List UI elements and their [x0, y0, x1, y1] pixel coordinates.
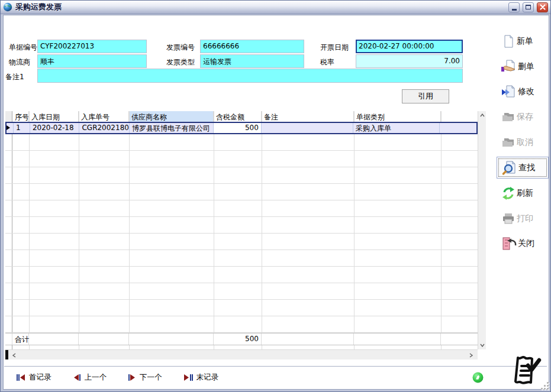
app-window: 采购运费发票 单据编号 CYF200227013 发票编号 66666666 开…: [0, 0, 551, 392]
total-empty: [129, 333, 214, 345]
window-title: 采购运费发票: [15, 2, 62, 12]
modify-doc-icon: [501, 84, 517, 99]
find-label: 查找: [518, 163, 535, 173]
grid-header: 序号 入库日期 入库单号 供应商名称 含税金额 备注 单据类别: [5, 111, 478, 122]
column-header-doc-type[interactable]: 单据类别: [354, 111, 441, 122]
prev-record-label: 上一个: [85, 372, 107, 383]
scroll-left-icon[interactable]: [12, 353, 16, 358]
close-door-icon: [501, 236, 517, 251]
next-record-button[interactable]: 下一个: [128, 372, 162, 383]
logistics-label: 物流商: [9, 57, 30, 67]
next-record-icon: [128, 374, 136, 381]
invoice-type-label: 发票类型: [166, 57, 195, 67]
new-doc-button[interactable]: 新单: [501, 33, 550, 50]
first-record-icon: [16, 374, 25, 381]
resize-grip[interactable]: [540, 381, 549, 390]
total-empty: [79, 333, 129, 345]
cell-remark[interactable]: [262, 123, 353, 133]
first-record-button[interactable]: 首记录: [16, 372, 51, 383]
save-button: 保存: [501, 109, 550, 125]
cancel-label: 取消: [517, 137, 533, 148]
maximize-button[interactable]: [523, 2, 534, 12]
total-empty: [29, 333, 79, 345]
remark1-field[interactable]: [37, 69, 463, 83]
refresh-button[interactable]: 刷新: [501, 185, 550, 202]
column-header-remark[interactable]: 备注: [262, 111, 354, 122]
tax-rate-label: 税率: [320, 57, 334, 67]
next-record-label: 下一个: [140, 372, 162, 383]
logistics-field[interactable]: 顺丰: [37, 54, 147, 68]
first-record-label: 首记录: [29, 372, 51, 383]
titlebar: 采购运费发票: [1, 1, 550, 14]
invoice-type-field[interactable]: 运输发票: [200, 54, 304, 68]
maximize-icon: [526, 5, 531, 9]
invoice-no-field[interactable]: 66666666: [200, 40, 304, 53]
current-row-arrow-icon: [7, 125, 10, 130]
remark1-label: 备注1: [5, 72, 24, 82]
total-label: 合计: [12, 333, 29, 345]
cell-order-no[interactable]: CGR2002180: [79, 123, 130, 133]
cancel-button: 取消: [501, 134, 550, 151]
bottom-divider: [4, 366, 547, 367]
column-header-supplier[interactable]: 供应商名称: [129, 111, 214, 122]
record-navigator: 首记录 上一个 下一个 末记录: [16, 372, 218, 383]
refresh-icon: [501, 186, 515, 200]
print-button: 打印: [501, 210, 550, 227]
close-form-button[interactable]: 关闭: [501, 235, 550, 252]
close-icon: [540, 4, 546, 10]
globe-icon: [3, 2, 12, 12]
table-row[interactable]: 1 2020-02-18 CGR2002180 博罗县联博电子有限公司（[ 50…: [5, 122, 478, 134]
delete-doc-label: 删单: [518, 61, 534, 72]
cell-seq[interactable]: 1: [14, 123, 30, 133]
delete-doc-button[interactable]: 删单: [501, 59, 550, 75]
last-record-label: 末记录: [196, 372, 219, 383]
cell-date[interactable]: 2020-02-18: [30, 123, 80, 133]
delete-doc-icon: [501, 59, 517, 74]
column-header-date[interactable]: 入库日期: [29, 111, 79, 122]
close-button[interactable]: [537, 2, 548, 12]
cell-supplier[interactable]: 博罗县联博电子有限公司（[: [130, 123, 214, 133]
new-doc-icon: [501, 34, 515, 48]
scroll-right-icon[interactable]: [469, 353, 473, 358]
doc-no-field[interactable]: CYF200227013: [37, 40, 147, 53]
horizontal-scrollbar[interactable]: [5, 349, 478, 359]
last-record-icon: [183, 374, 193, 381]
green-badge-icon: [472, 372, 484, 383]
minimize-button[interactable]: [508, 2, 520, 12]
grid-row-lines: [5, 134, 478, 333]
column-header-amount[interactable]: 含税金额: [214, 111, 262, 122]
invoice-date-field[interactable]: 2020-02-27 00:00:00: [356, 40, 463, 53]
scrollbar-thumb[interactable]: [5, 350, 8, 359]
modify-doc-button[interactable]: 修改: [501, 83, 550, 100]
new-doc-label: 新单: [517, 36, 533, 47]
total-amount: 500: [214, 333, 262, 345]
invoice-date-label: 开票日期: [320, 43, 349, 53]
find-button[interactable]: 查找: [497, 157, 549, 179]
modify-doc-label: 修改: [518, 86, 534, 97]
vertical-scrollbar[interactable]: [478, 111, 486, 349]
close-form-label: 关闭: [518, 238, 534, 249]
column-header-filler: [441, 111, 478, 122]
cell-amount[interactable]: 500: [214, 123, 262, 133]
column-header-seq[interactable]: 序号: [12, 111, 29, 122]
total-empty: [441, 333, 478, 345]
column-header-order-no[interactable]: 入库单号: [79, 111, 129, 122]
cell-doc-type[interactable]: 采购入库单: [353, 123, 440, 133]
total-empty: [354, 333, 441, 345]
printer-icon: [501, 212, 515, 226]
invoice-no-label: 发票编号: [166, 43, 195, 53]
search-icon: [502, 160, 517, 176]
prev-record-icon: [73, 374, 81, 381]
minimize-icon: [512, 9, 517, 11]
tax-rate-field[interactable]: 7.00: [356, 54, 463, 68]
last-record-button[interactable]: 末记录: [183, 372, 219, 383]
scroll-up-icon[interactable]: [480, 114, 485, 117]
save-label: 保存: [517, 112, 533, 122]
cancel-folder-icon: [501, 135, 515, 150]
total-gutter: [5, 333, 12, 345]
prev-record-button[interactable]: 上一个: [73, 372, 107, 383]
reference-button[interactable]: 引用: [402, 89, 449, 103]
scroll-down-icon[interactable]: [480, 344, 485, 347]
doc-no-label: 单据编号: [9, 43, 37, 53]
total-row: 合计 500: [5, 333, 478, 345]
